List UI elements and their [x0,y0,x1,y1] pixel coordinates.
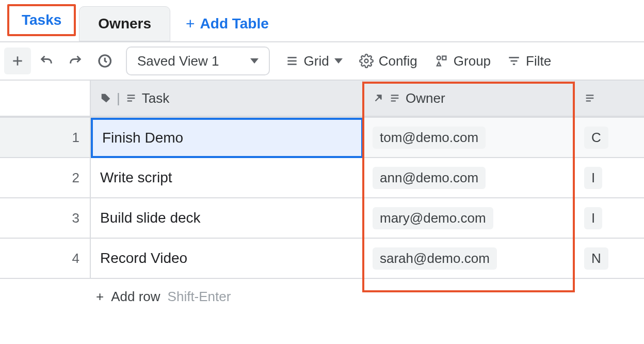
cell-extra[interactable]: C [575,118,644,158]
add-row-label: Add row [111,289,160,305]
row-number[interactable]: 3 [0,198,91,239]
cell-task[interactable]: Record Video [91,239,363,279]
view-type-dropdown[interactable]: Grid [278,53,350,69]
redo-button[interactable] [62,48,89,74]
header-task-label: Task [142,90,169,106]
owner-chip: mary@demo.com [373,207,493,229]
svg-rect-8 [442,56,446,60]
cell-extra[interactable]: I [575,158,644,198]
row-number[interactable]: 2 [0,158,91,198]
filter-label: Filte [526,53,551,69]
cell-owner[interactable]: ann@demo.com [363,158,575,198]
svg-marker-9 [437,62,441,66]
text-icon [125,92,137,104]
config-button[interactable]: Config [352,53,425,69]
filter-button[interactable]: Filte [500,53,558,69]
text-icon [584,92,595,104]
row-number[interactable]: 1 [0,118,91,158]
add-row-hint: Shift-Enter [168,289,231,305]
chevron-down-icon [250,58,259,64]
cell-owner[interactable]: tom@demo.com [363,118,575,158]
row-number[interactable]: 4 [0,239,91,279]
divider: | [117,90,120,106]
toolbar: Saved View 1 Grid Config Group Filte [0,41,644,80]
header-extra[interactable] [575,81,644,117]
saved-view-label: Saved View 1 [137,53,219,69]
extra-chip: I [584,207,602,229]
text-icon [389,92,400,104]
view-type-label: Grid [304,53,329,69]
cell-task[interactable]: Build slide deck [91,198,363,239]
svg-point-6 [364,59,368,63]
svg-point-7 [437,56,441,60]
extra-chip: I [584,167,602,189]
header-index [0,81,91,117]
add-button[interactable] [4,48,31,74]
extra-chip: C [584,127,608,149]
header-row: | Task Owner [0,81,644,118]
tab-tasks[interactable]: Tasks [7,4,76,36]
group-button[interactable]: Group [427,53,498,69]
history-button[interactable] [91,48,118,74]
cell-task[interactable]: Finish Demo [91,118,363,158]
arrow-up-right-icon [373,92,384,104]
header-owner-label: Owner [406,90,445,106]
cell-owner[interactable]: mary@demo.com [363,198,575,239]
owner-chip: tom@demo.com [373,127,486,149]
header-owner[interactable]: Owner [363,81,575,117]
extra-chip: N [584,247,608,270]
saved-view-dropdown[interactable]: Saved View 1 [126,46,270,75]
tag-icon [100,92,111,104]
add-table-label: Add Table [200,15,269,32]
header-task[interactable]: | Task [91,81,363,117]
cell-extra[interactable]: N [575,239,644,279]
plus-icon: + [96,289,104,305]
data-grid: | Task Owner 1 Finish Demo tom@demo.com … [0,80,644,314]
cell-extra[interactable]: I [575,198,644,239]
cell-owner[interactable]: sarah@demo.com [363,239,575,279]
chevron-down-icon [334,58,343,64]
tab-owners[interactable]: Owners [79,6,170,41]
group-label: Group [454,53,491,69]
add-table-button[interactable]: + Add Table [170,6,284,41]
cell-task[interactable]: Write script [91,158,363,198]
plus-icon: + [186,16,195,32]
table-row: 3 Build slide deck mary@demo.com I [0,198,644,239]
table-row: 2 Write script ann@demo.com I [0,158,644,198]
sheet-tabs: Tasks Owners + Add Table [0,0,644,41]
owner-chip: ann@demo.com [373,167,486,189]
undo-button[interactable] [33,48,60,74]
table-row: 4 Record Video sarah@demo.com N [0,239,644,279]
add-row-button[interactable]: + Add row Shift-Enter [0,279,644,314]
config-label: Config [379,53,417,69]
table-row: 1 Finish Demo tom@demo.com C [0,118,644,158]
owner-chip: sarah@demo.com [373,247,497,270]
